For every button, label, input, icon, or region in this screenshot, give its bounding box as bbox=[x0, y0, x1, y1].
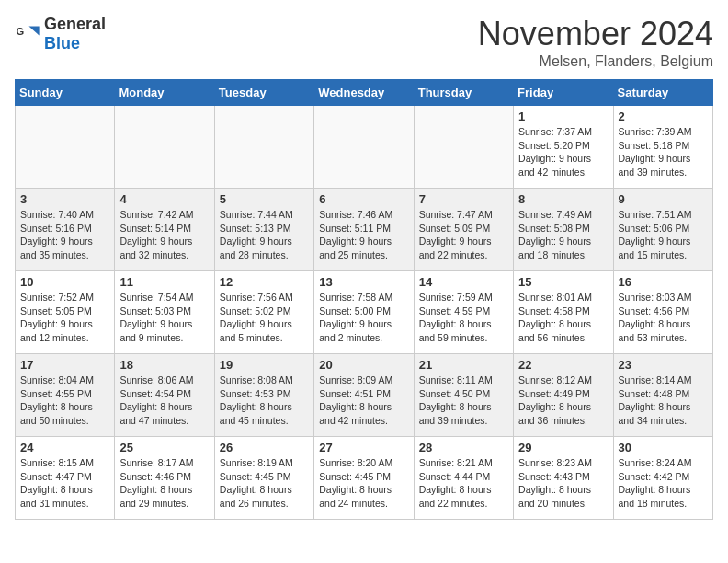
calendar-cell: 22Sunrise: 8:12 AM Sunset: 4:49 PM Dayli… bbox=[514, 354, 613, 437]
calendar-table: SundayMondayTuesdayWednesdayThursdayFrid… bbox=[15, 79, 713, 520]
day-number: 9 bbox=[619, 192, 708, 206]
day-number: 26 bbox=[220, 441, 309, 454]
calendar-cell bbox=[314, 106, 414, 189]
day-number: 2 bbox=[619, 109, 708, 123]
calendar-cell: 10Sunrise: 7:52 AM Sunset: 5:05 PM Dayli… bbox=[16, 271, 115, 354]
day-info: Sunrise: 7:37 AM Sunset: 5:20 PM Dayligh… bbox=[518, 125, 608, 179]
day-info: Sunrise: 7:54 AM Sunset: 5:03 PM Dayligh… bbox=[119, 291, 209, 345]
day-info: Sunrise: 8:06 AM Sunset: 4:54 PM Dayligh… bbox=[119, 373, 209, 428]
calendar-cell: 26Sunrise: 8:19 AM Sunset: 4:45 PM Dayli… bbox=[214, 437, 313, 520]
page-header: G General Blue November 2024 Melsen, Fla… bbox=[15, 15, 713, 70]
day-number: 11 bbox=[119, 275, 209, 289]
location-subtitle: Melsen, Flanders, Belgium bbox=[478, 53, 713, 70]
calendar-cell: 5Sunrise: 7:44 AM Sunset: 5:13 PM Daylig… bbox=[214, 189, 313, 271]
day-number: 23 bbox=[619, 358, 708, 372]
day-number: 29 bbox=[518, 441, 608, 454]
day-info: Sunrise: 7:52 AM Sunset: 5:05 PM Dayligh… bbox=[20, 291, 109, 345]
day-number: 10 bbox=[20, 275, 109, 289]
day-info: Sunrise: 8:11 AM Sunset: 4:50 PM Dayligh… bbox=[419, 373, 508, 428]
svg-text:G: G bbox=[16, 26, 24, 37]
calendar-week-2: 10Sunrise: 7:52 AM Sunset: 5:05 PM Dayli… bbox=[16, 271, 713, 354]
day-info: Sunrise: 8:08 AM Sunset: 4:53 PM Dayligh… bbox=[220, 373, 309, 428]
calendar-header-row: SundayMondayTuesdayWednesdayThursdayFrid… bbox=[16, 80, 713, 106]
calendar-cell: 21Sunrise: 8:11 AM Sunset: 4:50 PM Dayli… bbox=[414, 354, 513, 437]
calendar-cell: 16Sunrise: 8:03 AM Sunset: 4:56 PM Dayli… bbox=[613, 271, 712, 354]
calendar-cell: 13Sunrise: 7:58 AM Sunset: 5:00 PM Dayli… bbox=[314, 271, 414, 354]
header-monday: Monday bbox=[115, 80, 214, 106]
day-info: Sunrise: 7:46 AM Sunset: 5:11 PM Dayligh… bbox=[319, 208, 408, 262]
day-number: 24 bbox=[20, 441, 109, 454]
day-info: Sunrise: 8:24 AM Sunset: 4:42 PM Dayligh… bbox=[619, 456, 708, 511]
day-number: 17 bbox=[20, 358, 109, 372]
day-number: 18 bbox=[119, 358, 209, 372]
calendar-cell: 27Sunrise: 8:20 AM Sunset: 4:45 PM Dayli… bbox=[314, 437, 414, 520]
calendar-cell: 25Sunrise: 8:17 AM Sunset: 4:46 PM Dayli… bbox=[115, 437, 214, 520]
header-saturday: Saturday bbox=[613, 80, 712, 106]
day-number: 4 bbox=[119, 192, 209, 206]
day-info: Sunrise: 7:56 AM Sunset: 5:02 PM Dayligh… bbox=[220, 291, 309, 345]
day-info: Sunrise: 8:23 AM Sunset: 4:43 PM Dayligh… bbox=[518, 456, 608, 511]
header-wednesday: Wednesday bbox=[314, 80, 414, 106]
calendar-cell: 19Sunrise: 8:08 AM Sunset: 4:53 PM Dayli… bbox=[214, 354, 313, 437]
day-info: Sunrise: 8:03 AM Sunset: 4:56 PM Dayligh… bbox=[619, 291, 708, 345]
day-info: Sunrise: 7:47 AM Sunset: 5:09 PM Dayligh… bbox=[419, 208, 508, 262]
calendar-cell: 12Sunrise: 7:56 AM Sunset: 5:02 PM Dayli… bbox=[214, 271, 313, 354]
calendar-cell bbox=[115, 106, 214, 189]
day-number: 6 bbox=[319, 192, 408, 206]
calendar-week-4: 24Sunrise: 8:15 AM Sunset: 4:47 PM Dayli… bbox=[16, 437, 713, 520]
calendar-cell: 15Sunrise: 8:01 AM Sunset: 4:58 PM Dayli… bbox=[514, 271, 613, 354]
day-number: 16 bbox=[619, 275, 708, 289]
day-info: Sunrise: 8:21 AM Sunset: 4:44 PM Dayligh… bbox=[419, 456, 508, 511]
calendar-cell: 1Sunrise: 7:37 AM Sunset: 5:20 PM Daylig… bbox=[514, 106, 613, 189]
day-info: Sunrise: 7:51 AM Sunset: 5:06 PM Dayligh… bbox=[619, 208, 708, 262]
day-info: Sunrise: 7:59 AM Sunset: 4:59 PM Dayligh… bbox=[419, 291, 508, 345]
calendar-week-3: 17Sunrise: 8:04 AM Sunset: 4:55 PM Dayli… bbox=[16, 354, 713, 437]
day-number: 22 bbox=[518, 358, 608, 372]
calendar-cell bbox=[214, 106, 313, 189]
calendar-cell: 20Sunrise: 8:09 AM Sunset: 4:51 PM Dayli… bbox=[314, 354, 414, 437]
day-number: 30 bbox=[619, 441, 708, 454]
header-thursday: Thursday bbox=[414, 80, 513, 106]
header-tuesday: Tuesday bbox=[214, 80, 313, 106]
day-number: 8 bbox=[518, 192, 608, 206]
calendar-body: 1Sunrise: 7:37 AM Sunset: 5:20 PM Daylig… bbox=[16, 106, 713, 520]
day-number: 25 bbox=[119, 441, 209, 454]
day-number: 28 bbox=[419, 441, 508, 454]
day-number: 20 bbox=[319, 358, 408, 372]
day-info: Sunrise: 8:12 AM Sunset: 4:49 PM Dayligh… bbox=[518, 373, 608, 428]
calendar-cell: 2Sunrise: 7:39 AM Sunset: 5:18 PM Daylig… bbox=[613, 106, 712, 189]
calendar-week-0: 1Sunrise: 7:37 AM Sunset: 5:20 PM Daylig… bbox=[16, 106, 713, 189]
day-info: Sunrise: 8:20 AM Sunset: 4:45 PM Dayligh… bbox=[319, 456, 408, 511]
day-number: 13 bbox=[319, 275, 408, 289]
day-number: 21 bbox=[419, 358, 508, 372]
calendar-cell: 11Sunrise: 7:54 AM Sunset: 5:03 PM Dayli… bbox=[115, 271, 214, 354]
day-number: 7 bbox=[419, 192, 508, 206]
calendar-cell: 8Sunrise: 7:49 AM Sunset: 5:08 PM Daylig… bbox=[514, 189, 613, 271]
day-info: Sunrise: 7:39 AM Sunset: 5:18 PM Dayligh… bbox=[619, 125, 708, 179]
day-number: 5 bbox=[220, 192, 309, 206]
svg-marker-1 bbox=[28, 27, 39, 36]
day-number: 27 bbox=[319, 441, 408, 454]
day-number: 19 bbox=[220, 358, 309, 372]
calendar-cell: 23Sunrise: 8:14 AM Sunset: 4:48 PM Dayli… bbox=[613, 354, 712, 437]
calendar-cell: 14Sunrise: 7:59 AM Sunset: 4:59 PM Dayli… bbox=[414, 271, 513, 354]
day-info: Sunrise: 7:44 AM Sunset: 5:13 PM Dayligh… bbox=[220, 208, 309, 262]
calendar-week-1: 3Sunrise: 7:40 AM Sunset: 5:16 PM Daylig… bbox=[16, 189, 713, 271]
day-info: Sunrise: 7:42 AM Sunset: 5:14 PM Dayligh… bbox=[119, 208, 209, 262]
calendar-cell: 24Sunrise: 8:15 AM Sunset: 4:47 PM Dayli… bbox=[16, 437, 115, 520]
calendar-cell: 29Sunrise: 8:23 AM Sunset: 4:43 PM Dayli… bbox=[514, 437, 613, 520]
logo: G General Blue bbox=[15, 15, 106, 53]
logo-general: General bbox=[44, 15, 106, 33]
day-info: Sunrise: 8:19 AM Sunset: 4:45 PM Dayligh… bbox=[220, 456, 309, 511]
calendar-cell: 17Sunrise: 8:04 AM Sunset: 4:55 PM Dayli… bbox=[16, 354, 115, 437]
day-info: Sunrise: 8:14 AM Sunset: 4:48 PM Dayligh… bbox=[619, 373, 708, 428]
calendar-cell: 4Sunrise: 7:42 AM Sunset: 5:14 PM Daylig… bbox=[115, 189, 214, 271]
logo-icon: G bbox=[15, 21, 40, 47]
calendar-cell: 30Sunrise: 8:24 AM Sunset: 4:42 PM Dayli… bbox=[613, 437, 712, 520]
title-area: November 2024 Melsen, Flanders, Belgium bbox=[478, 15, 713, 70]
day-number: 15 bbox=[518, 275, 608, 289]
day-info: Sunrise: 8:15 AM Sunset: 4:47 PM Dayligh… bbox=[20, 456, 109, 511]
calendar-cell: 28Sunrise: 8:21 AM Sunset: 4:44 PM Dayli… bbox=[414, 437, 513, 520]
header-sunday: Sunday bbox=[16, 80, 115, 106]
day-number: 1 bbox=[518, 109, 608, 123]
